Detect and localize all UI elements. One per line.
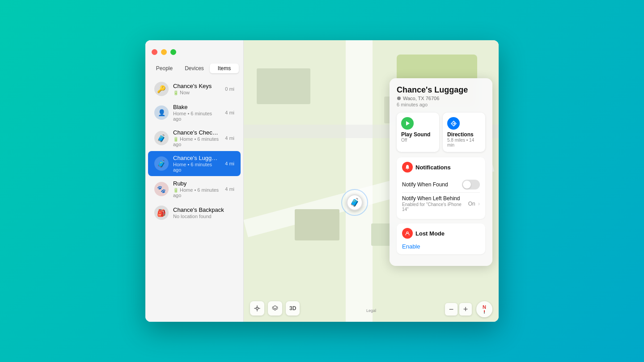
items-list: 🔑 Chance's Keys 🔋 Now 0 mi 👤 Blake Home … xyxy=(145,78,243,322)
list-item-chances-luggage[interactable]: 🧳 Chance's Luggage Home • 6 minutes ago … xyxy=(148,151,241,176)
minimize-button[interactable] xyxy=(161,49,167,55)
item-name-chances-backpack: Chance's Backpack xyxy=(173,206,230,213)
directions-icon xyxy=(447,117,460,130)
item-icon-blake: 👤 xyxy=(154,105,169,120)
compass[interactable]: N xyxy=(476,301,492,317)
item-name-ruby: Ruby xyxy=(173,180,220,187)
card-actions: Play Sound Off Directions 5.8 miles • 14… xyxy=(397,113,485,152)
map-controls-bottom: 3D xyxy=(250,301,300,316)
item-info-ruby: Ruby 🔋 Home • 6 minutes ago xyxy=(173,180,220,198)
item-info-chances-backpack: Chance's Backpack No location found xyxy=(173,206,230,219)
notifications-header: Notifications xyxy=(402,162,480,173)
legal-text: Legal xyxy=(366,306,376,314)
item-info-chances-keys: Chance's Keys 🔋 Now xyxy=(173,83,220,95)
map-building-1 xyxy=(257,68,310,104)
zoom-in-button[interactable]: + xyxy=(459,303,472,316)
item-sub-chances-keys: 🔋 Now xyxy=(173,90,220,95)
list-item-blake[interactable]: 👤 Blake Home • 6 minutes ago 4 mi xyxy=(148,100,241,125)
tab-items[interactable]: Items xyxy=(210,63,239,73)
notify-when-found-toggle[interactable] xyxy=(462,180,480,189)
map-road-vertical xyxy=(346,40,373,322)
layers-button[interactable] xyxy=(268,301,282,316)
notify-when-found-row: Notify When Found xyxy=(402,177,480,192)
notify-when-left-behind-right: On › xyxy=(468,200,480,207)
item-name-blake: Blake xyxy=(173,104,220,110)
notifications-icon xyxy=(402,162,413,173)
list-item-chances-checked[interactable]: 🧳 Chance's Checked L... 🔋 Home • 6 minut… xyxy=(148,126,241,151)
lost-mode-icon xyxy=(402,228,413,239)
play-sound-icon xyxy=(401,117,414,130)
card-location: Waco, TX 76706 xyxy=(397,96,485,101)
item-info-blake: Blake Home • 6 minutes ago xyxy=(173,104,220,122)
compass-north-label: N xyxy=(483,305,486,310)
item-name-chances-luggage: Chance's Luggage xyxy=(173,155,220,161)
list-item-ruby[interactable]: 🐾 Ruby 🔋 Home • 6 minutes ago 4 mi xyxy=(148,177,241,202)
item-icon-chances-backpack: 🎒 xyxy=(154,206,169,220)
lost-mode-section: Lost Mode Enable xyxy=(397,223,485,254)
directions-button[interactable]: Directions 5.8 miles • 14 min xyxy=(443,113,485,152)
card-title: Chance's Luggage xyxy=(397,85,485,95)
list-item-chances-backpack[interactable]: 🎒 Chance's Backpack No location found xyxy=(148,202,241,223)
item-icon-chances-checked: 🧳 xyxy=(154,131,169,145)
item-distance-chances-luggage: 4 mi xyxy=(225,161,234,166)
close-button[interactable] xyxy=(152,49,157,55)
lost-mode-enable-link[interactable]: Enable xyxy=(402,243,480,250)
zoom-out-button[interactable]: − xyxy=(445,303,458,316)
lost-mode-title: Lost Mode xyxy=(415,230,445,237)
notify-when-found-label: Notify When Found xyxy=(402,181,448,188)
sidebar: People Devices Items 🔑 Chance's Keys 🔋 N… xyxy=(145,40,244,322)
notify-when-left-behind-info: Notify When Left Behind Enabled for "Cha… xyxy=(402,195,468,212)
item-icon-chances-luggage: 🧳 xyxy=(154,156,169,171)
chevron-right-icon: › xyxy=(478,200,480,207)
svg-marker-1 xyxy=(406,121,410,126)
notifications-title: Notifications xyxy=(415,164,451,171)
zoom-controls: − + xyxy=(445,303,472,316)
location-button[interactable] xyxy=(250,301,264,316)
detail-card: Chance's Luggage Waco, TX 76706 6 minute… xyxy=(390,78,492,266)
item-sub-chances-checked: 🔋 Home • 6 minutes ago xyxy=(173,136,220,147)
item-name-chances-checked: Chance's Checked L... xyxy=(173,129,220,136)
directions-sub: 5.8 miles • 14 min xyxy=(447,138,481,147)
compass-needle xyxy=(484,310,485,314)
item-name-chances-keys: Chance's Keys xyxy=(173,83,220,89)
notify-when-found-label-group: Notify When Found xyxy=(402,181,448,188)
play-sound-button[interactable]: Play Sound Off xyxy=(397,113,439,152)
notify-when-left-behind-row[interactable]: Notify When Left Behind Enabled for "Cha… xyxy=(402,192,480,215)
card-time: 6 minutes ago xyxy=(397,102,485,107)
3d-button[interactable]: 3D xyxy=(286,301,300,316)
lost-mode-header: Lost Mode xyxy=(402,228,480,239)
directions-label: Directions xyxy=(447,131,481,138)
item-sub-ruby: 🔋 Home • 6 minutes ago xyxy=(173,187,220,198)
item-distance-ruby: 4 mi xyxy=(225,186,234,192)
tab-people[interactable]: People xyxy=(150,63,179,73)
notifications-section: Notifications Notify When Found Notify W… xyxy=(397,157,485,219)
notify-when-left-behind-sub: Enabled for "Chance's iPhone 14" xyxy=(402,202,468,212)
item-distance-chances-keys: 0 mi xyxy=(225,86,234,92)
svg-point-0 xyxy=(397,97,401,100)
tab-devices[interactable]: Devices xyxy=(180,63,209,73)
play-sound-sub: Off xyxy=(401,138,435,143)
maximize-button[interactable] xyxy=(170,49,176,55)
app-window: People Devices Items 🔑 Chance's Keys 🔋 N… xyxy=(145,40,499,322)
notify-on-status: On xyxy=(468,201,475,207)
item-info-chances-checked: Chance's Checked L... 🔋 Home • 6 minutes… xyxy=(173,129,220,147)
map-location-ring xyxy=(341,189,368,216)
item-icon-ruby: 🐾 xyxy=(154,182,169,196)
item-sub-chances-luggage: Home • 6 minutes ago xyxy=(173,162,220,173)
item-sub-chances-backpack: No location found xyxy=(173,214,230,219)
list-item-chances-keys[interactable]: 🔑 Chance's Keys 🔋 Now 0 mi xyxy=(148,78,241,100)
map-building-3 xyxy=(295,209,339,240)
notify-when-left-behind-label: Notify When Left Behind xyxy=(402,195,468,202)
item-sub-blake: Home • 6 minutes ago xyxy=(173,111,220,122)
play-sound-label: Play Sound xyxy=(401,131,435,138)
titlebar xyxy=(145,40,243,63)
item-info-chances-luggage: Chance's Luggage Home • 6 minutes ago xyxy=(173,155,220,173)
tabs-bar: People Devices Items xyxy=(145,63,243,78)
item-distance-blake: 4 mi xyxy=(225,110,234,115)
map-area[interactable]: 🧳 3D Legal − xyxy=(244,40,499,322)
item-icon-chances-keys: 🔑 xyxy=(154,82,169,96)
item-distance-chances-checked: 4 mi xyxy=(225,135,234,141)
